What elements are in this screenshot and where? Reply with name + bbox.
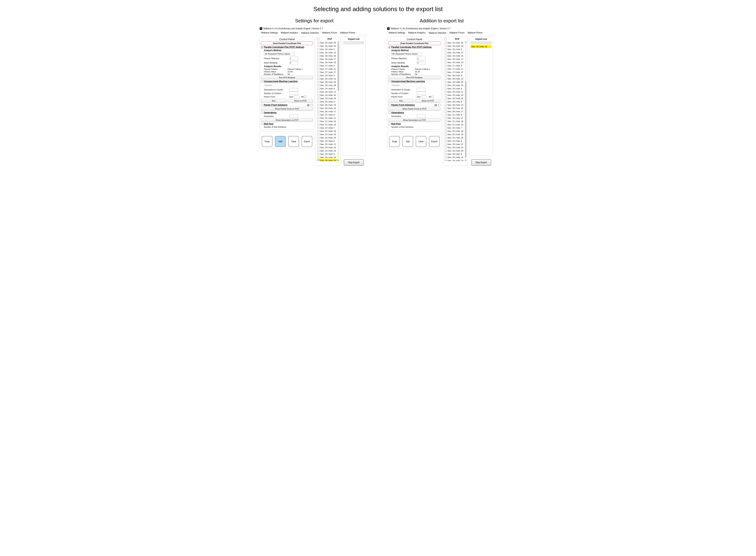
pcp-list-item[interactable]: Gen. 24 | Indv. 14 <box>445 156 465 159</box>
pcp-list-item[interactable]: Gen. 20 | Indv. 17 <box>317 110 337 113</box>
stop-export-button[interactable]: Stop Export <box>471 159 491 166</box>
run-pcp-analysis-button[interactable]: Run PCP Analysis <box>261 76 313 79</box>
pcp-list-item[interactable]: Gen. 15 | Indv. 23 <box>317 44 337 48</box>
pcp-list-item[interactable]: Gen. 17 | Indv. 17 <box>317 71 337 74</box>
scroll-thumb[interactable] <box>338 43 339 91</box>
pcp-list-item[interactable]: Gen. 18 | Indv. 23 <box>317 80 337 84</box>
pcp-list-item[interactable]: Gen. 16 | Indv. 12 <box>317 51 337 54</box>
show-pareto-pcp-button[interactable]: Show Pareto Front on PCP <box>388 107 440 111</box>
tab-wallacei-forum[interactable]: Wallacei Forum <box>321 31 339 35</box>
pcp-item-checkbox[interactable] <box>445 62 447 64</box>
pcp-list-item[interactable]: Gen. 20 | Indv. 15 <box>445 107 465 110</box>
tab-wallacei-analytics[interactable]: Wallacei Analytics <box>280 31 300 35</box>
pcp-item-checkbox[interactable] <box>445 107 447 109</box>
pcp-list-item[interactable]: Gen. 20 | Indv. 9 <box>445 100 465 103</box>
pcp-list-item[interactable]: Gen. 18 | Indv. 24 <box>317 84 337 87</box>
pcp-item-checkbox[interactable] <box>445 150 447 152</box>
pcp-item-checkbox[interactable] <box>318 124 319 126</box>
uml-header[interactable]: Unsupervised Machine Learning <box>388 80 440 82</box>
pcp-item-checkbox[interactable] <box>445 114 447 116</box>
pcp-item-checkbox[interactable] <box>445 65 447 67</box>
null-pool-checkbox[interactable] <box>388 123 391 125</box>
tab-wallacei-settings[interactable]: Wallacei Settings <box>387 31 407 35</box>
null-pool-checkbox[interactable] <box>261 123 263 125</box>
pareto-solutions-header[interactable]: Pareto Front Solutions All <box>388 104 440 106</box>
pcp-item-checkbox[interactable] <box>445 137 447 139</box>
pcp-item-checkbox[interactable] <box>318 91 319 93</box>
show-on-pcp-button[interactable]: Show on PCP <box>288 99 313 103</box>
pcp-item-checkbox[interactable] <box>445 140 447 142</box>
pcp-item-checkbox[interactable] <box>318 78 319 80</box>
pareto-all-checkbox[interactable] <box>311 104 313 106</box>
pcp-item-checkbox[interactable] <box>318 88 319 90</box>
pcp-list-item[interactable]: Gen. 19 | Indv. 11 <box>445 90 465 94</box>
tab-wallacei-analytics[interactable]: Wallacei Analytics <box>407 31 427 35</box>
pcp-item-checkbox[interactable] <box>318 68 319 70</box>
pcp-item-checkbox[interactable] <box>445 134 447 136</box>
pcp-item-checkbox[interactable] <box>445 124 447 126</box>
scroll-down-icon[interactable]: ▼ <box>337 159 339 161</box>
gen-field[interactable] <box>294 95 300 98</box>
run-pcp-analysis-button[interactable]: Run PCP Analysis <box>388 76 440 79</box>
pcp-list-item[interactable]: Gen. 23 | Indv. 12 <box>317 143 337 146</box>
scroll-down-icon[interactable]: ▼ <box>465 159 467 161</box>
pcp-item-checkbox[interactable] <box>318 134 319 136</box>
add-button[interactable]: Add <box>275 136 286 147</box>
export-button[interactable]: Export <box>429 136 440 147</box>
pcp-item-checkbox[interactable]: ✓ <box>318 160 319 161</box>
gen-cluster-input[interactable] <box>289 88 298 91</box>
pcp-list-item[interactable]: Gen. 22 | Indv. 24 <box>445 136 465 139</box>
pcp-item-checkbox[interactable] <box>445 55 447 57</box>
tab-wallacei-settings[interactable]: Wallacei Settings <box>260 31 280 35</box>
pcp-item-checkbox[interactable] <box>445 153 447 155</box>
pcp-list-item[interactable]: Gen. 23 | Indv. 13 <box>445 146 465 149</box>
pcp-list-item[interactable]: Gen. 21 | Indv. 19 <box>445 123 465 126</box>
pcp-item-checkbox[interactable] <box>445 120 447 123</box>
analysis-method-select[interactable]: /ith Repeated Fitness Values⌄ <box>391 52 422 56</box>
pcp-item-checkbox[interactable] <box>318 137 319 139</box>
pcp-item-checkbox[interactable] <box>318 75 319 77</box>
pcp-list-item[interactable]: Gen. 20 | Indv. 13 <box>445 103 465 107</box>
pcp-item-checkbox[interactable] <box>445 51 447 54</box>
pcp-list-item[interactable]: Gen. 21 | Indv. 16 <box>317 120 337 123</box>
generations-header[interactable]: Generations <box>388 111 440 114</box>
show-gen-pcp-button[interactable]: Show Generation on PCP <box>261 118 313 122</box>
analysis-method-select[interactable]: /ith Repeated Fitness Values⌄ <box>264 52 295 56</box>
pcp-select-all-checkbox[interactable] <box>445 38 447 40</box>
pareto-solutions-header[interactable]: Pareto Front Solutions All <box>261 104 313 106</box>
scroll-thumb[interactable] <box>465 81 466 158</box>
pcp-list-item[interactable]: Gen. 17 | Indv. 17 <box>445 71 465 74</box>
pcp-item-checkbox[interactable] <box>318 48 319 50</box>
pcp-list-item[interactable]: Gen. 19 | Indv. 24 <box>445 97 465 100</box>
pareto-all-checkbox[interactable] <box>438 104 440 106</box>
pcp-item-checkbox[interactable] <box>318 98 319 100</box>
clear-button[interactable]: Clear <box>288 136 299 147</box>
pcp-list-item[interactable]: ✓Gen. 24 | Indv. 19 <box>317 159 337 161</box>
tab-wallacei-primer[interactable]: Wallacei Primer <box>466 31 484 35</box>
pcp-list-item[interactable]: ✓Gen. 24 | Indv. 19 <box>445 159 465 161</box>
pcp-list-item[interactable]: Gen. 19 | Indv. 8 <box>317 87 337 90</box>
pcp-item-checkbox[interactable] <box>318 127 319 129</box>
draw-pcp-button[interactable]: Draw Parallel Coordinate Plot <box>261 41 313 45</box>
pcp-list-item[interactable]: Gen. 19 | Indv. 8 <box>445 87 465 90</box>
pcp-list-item[interactable]: Gen. 15 | Indv. 20 <box>445 41 465 44</box>
pcp-item-checkbox[interactable] <box>318 143 319 145</box>
pcp-settings-header[interactable]: ✓ Parallel Coordinate Plot (PCP) Setting… <box>261 46 313 48</box>
draw-pcp-button[interactable]: Draw Parallel Coordinate Plot <box>388 41 440 45</box>
pcp-list-item[interactable]: Gen. 16 | Indv. 19 <box>317 61 337 64</box>
pcp-list-item[interactable]: Gen. 16 | Indv. 5 <box>317 48 337 51</box>
pcp-list-item[interactable]: Gen. 21 | Indv. 8 <box>317 113 337 116</box>
pcp-item-checkbox[interactable] <box>318 153 319 155</box>
pcp-list-item[interactable]: Gen. 16 | Indv. 19 <box>445 61 465 64</box>
pcp-list-item[interactable]: Gen. 22 | Indv. 7 <box>445 126 465 130</box>
pcp-item-checkbox[interactable] <box>318 42 319 44</box>
pcp-item-checkbox[interactable] <box>445 101 447 103</box>
pcp-item-checkbox[interactable] <box>318 107 319 109</box>
pcp-item-checkbox[interactable] <box>318 84 319 86</box>
pcp-list-item[interactable]: Gen. 22 | Indv. 18 <box>317 133 337 136</box>
pcp-list-item[interactable]: Gen. 16 | Indv. 16 <box>445 54 465 58</box>
tab-wallacei-selection[interactable]: Wallacei Selection <box>300 31 321 35</box>
show-gen-pcp-button[interactable]: Show Generation on PCP <box>388 118 440 122</box>
pcp-item-checkbox[interactable] <box>318 101 319 103</box>
pcp-list-item[interactable]: Gen. 23 | Indv. 23 <box>445 149 465 152</box>
